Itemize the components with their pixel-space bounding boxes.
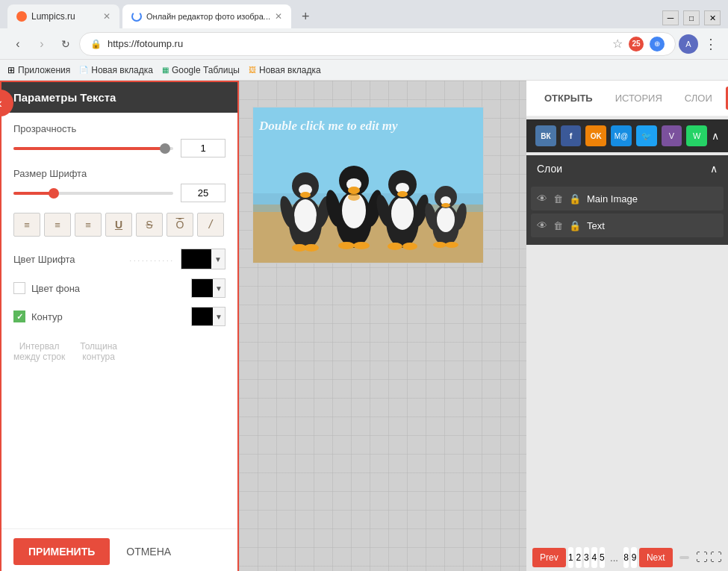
align-left-button[interactable]: ≡ bbox=[13, 213, 40, 237]
layer-trash-icon-text[interactable]: 🗑 bbox=[553, 220, 563, 231]
layer-item-text: 👁 🗑 🔒 Text bbox=[531, 213, 724, 237]
user-avatar[interactable]: A bbox=[679, 34, 698, 54]
layer-lock-icon-main[interactable]: 🔒 bbox=[569, 193, 581, 205]
page-9-button[interactable]: 9 bbox=[631, 547, 636, 568]
underline-icon: U bbox=[115, 219, 122, 231]
cancel-button[interactable]: ОТМЕНА bbox=[119, 538, 178, 565]
maximize-button[interactable]: □ bbox=[683, 10, 700, 25]
layers-header[interactable]: Слои ∧ bbox=[526, 155, 728, 182]
panel-header: Параметры Текста bbox=[1, 82, 237, 113]
social-whatsapp-icon[interactable]: W bbox=[686, 125, 707, 146]
outline-check-mark: ✓ bbox=[16, 312, 23, 322]
apps-icon: ⊞ bbox=[7, 65, 15, 75]
svg-point-38 bbox=[433, 242, 447, 248]
bookmark-newtab1[interactable]: 📄 Новая вкладка bbox=[79, 65, 153, 75]
panel-footer: ПРИМЕНИТЬ ОТМЕНА bbox=[1, 528, 237, 571]
minimize-button[interactable]: ─ bbox=[662, 10, 679, 25]
apply-button[interactable]: ПРИМЕНИТЬ bbox=[13, 538, 110, 565]
page-2-button[interactable]: 2 bbox=[576, 547, 581, 568]
outline-color-picker[interactable]: ▼ bbox=[191, 307, 225, 326]
reload-button[interactable]: ↻ bbox=[55, 34, 76, 54]
history-button[interactable]: ИСТОРИЯ bbox=[606, 88, 671, 108]
social-ok-icon[interactable]: OK bbox=[585, 125, 606, 146]
tab-editor[interactable]: Онлайн редактор фото изобра... ✕ bbox=[122, 4, 291, 28]
page-3-button[interactable]: 3 bbox=[584, 547, 589, 568]
newtab1-label: Новая вкладка bbox=[91, 65, 153, 75]
svg-point-29 bbox=[388, 243, 402, 250]
canvas-image[interactable]: Double click me to edit my bbox=[252, 107, 484, 263]
transparency-slider[interactable] bbox=[13, 147, 173, 150]
layer-eye-icon-main[interactable]: 👁 bbox=[537, 193, 547, 205]
tab-label-2: Онлайн редактор фото изобра... bbox=[146, 12, 270, 21]
address-bar[interactable]: 🔒 https://fotoump.ru ☆ 25 ⊕ bbox=[79, 32, 676, 56]
pagination: Prev 1 2 3 4 5 ... 8 9 Next ⛶ ⛶ bbox=[526, 540, 728, 571]
page-ellipsis: ... bbox=[607, 552, 621, 564]
social-fb-icon[interactable]: f bbox=[561, 125, 582, 146]
strikethrough-button[interactable]: S bbox=[136, 213, 163, 237]
transparency-input[interactable]: 1 bbox=[181, 139, 225, 157]
star-icon[interactable]: ☆ bbox=[612, 37, 623, 51]
forward-button[interactable]: › bbox=[31, 34, 52, 54]
layer-name-main: Main Image bbox=[587, 193, 718, 205]
tab-label-1: Lumpics.ru bbox=[31, 11, 99, 22]
tab-close-2[interactable]: ✕ bbox=[275, 11, 282, 22]
social-vk-icon[interactable]: ВК bbox=[535, 125, 556, 146]
transparency-thumb[interactable] bbox=[160, 143, 170, 154]
svg-point-20 bbox=[338, 242, 355, 249]
text-params-panel: ‹ Параметры Текста Прозрачность 1 Разм bbox=[0, 81, 239, 571]
back-button[interactable]: ‹ bbox=[7, 34, 28, 54]
social-mail-icon[interactable]: М@ bbox=[611, 125, 632, 146]
bookmark-newtab2[interactable]: 🖼 Новая вкладка bbox=[249, 65, 321, 75]
outline-row: ✓ Контур ▼ bbox=[13, 307, 225, 326]
overline-button[interactable]: Ō bbox=[167, 213, 193, 237]
outline-checkbox[interactable]: ✓ bbox=[13, 311, 25, 322]
bg-color-checkbox[interactable] bbox=[13, 282, 25, 294]
page-4-button[interactable]: 4 bbox=[591, 547, 597, 568]
close-window-button[interactable]: ✕ bbox=[704, 10, 721, 25]
next-page-button[interactable]: Next bbox=[639, 548, 673, 567]
layers-title: Слои bbox=[537, 163, 562, 175]
newtab2-label: Новая вкладка bbox=[259, 65, 321, 75]
page-slider[interactable] bbox=[679, 556, 689, 559]
layer-eye-icon-text[interactable]: 👁 bbox=[537, 219, 547, 231]
font-color-picker[interactable]: ▼ bbox=[181, 249, 225, 269]
page-5-button[interactable]: 5 bbox=[600, 547, 605, 568]
tab-close-1[interactable]: ✕ bbox=[103, 11, 111, 22]
tab-lumpics[interactable]: Lumpics.ru ✕ bbox=[7, 4, 119, 28]
prev-page-button[interactable]: Prev bbox=[532, 548, 566, 567]
page-icon-2: 🖼 bbox=[249, 66, 256, 74]
font-color-arrow: ▼ bbox=[211, 255, 225, 263]
layer-lock-icon-text[interactable]: 🔒 bbox=[569, 220, 581, 231]
font-size-slider[interactable] bbox=[13, 192, 173, 195]
svg-point-23 bbox=[391, 197, 414, 230]
font-size-thumb[interactable] bbox=[49, 188, 59, 199]
menu-button[interactable]: ⋮ bbox=[701, 36, 721, 52]
layers-button[interactable]: СЛОИ bbox=[676, 88, 721, 108]
page-8-button[interactable]: 8 bbox=[623, 547, 629, 568]
bg-color-picker[interactable]: ▼ bbox=[191, 278, 225, 298]
transparency-label: Прозрачность bbox=[13, 123, 225, 134]
font-size-label: Размер Шрифта bbox=[13, 168, 225, 179]
bookmark-sheets[interactable]: ▦ Google Таблицы bbox=[162, 65, 240, 75]
fit-screen-icon[interactable]: ⛶ bbox=[696, 551, 708, 564]
social-viber-icon[interactable]: V bbox=[662, 125, 682, 146]
new-tab-button[interactable]: + bbox=[294, 4, 317, 28]
sheets-label: Google Таблицы bbox=[172, 65, 240, 75]
social-collapse-button[interactable]: ∧ bbox=[712, 130, 719, 142]
bookmark-apps[interactable]: ⊞ Приложения bbox=[7, 65, 70, 75]
italic-button[interactable]: / bbox=[197, 213, 224, 237]
shield-icon: 25 bbox=[629, 37, 644, 52]
open-button[interactable]: ОТКРЫТЬ bbox=[535, 88, 602, 108]
align-center-button[interactable]: ≡ bbox=[44, 213, 71, 237]
font-size-input[interactable]: 25 bbox=[181, 184, 225, 202]
layer-trash-icon-main[interactable]: 🗑 bbox=[553, 193, 563, 205]
page-1-button[interactable]: 1 bbox=[568, 547, 573, 568]
layers-body: 👁 🗑 🔒 Main Image 👁 🗑 🔒 Text bbox=[526, 182, 728, 245]
align-right-button[interactable]: ≡ bbox=[75, 213, 102, 237]
social-twitter-icon[interactable]: 🐦 bbox=[636, 125, 657, 146]
page-icon-1: 📄 bbox=[79, 66, 88, 74]
outline-label: Контур bbox=[31, 311, 191, 322]
underline-button[interactable]: U bbox=[105, 213, 132, 237]
font-size-fill bbox=[13, 192, 54, 195]
fullscreen-icon[interactable]: ⛶ bbox=[710, 551, 722, 564]
